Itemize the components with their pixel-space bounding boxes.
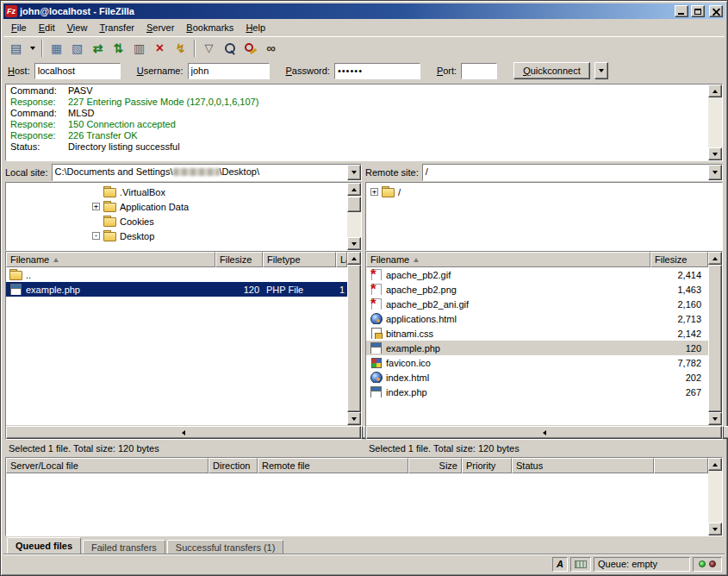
scroll-thumb[interactable] — [722, 426, 724, 439]
column-header-filesize[interactable]: Filesize — [215, 252, 263, 267]
column-header-remote-file[interactable]: Remote file — [258, 458, 408, 473]
scroll-left-button[interactable] — [366, 426, 722, 439]
scroll-thumb[interactable] — [347, 197, 361, 212]
toggle-transfer-queue-button[interactable] — [129, 39, 149, 58]
file-row[interactable]: index.php 267 — [366, 385, 708, 399]
scroll-down-button[interactable] — [347, 237, 361, 250]
column-header-filesize[interactable]: Filesize — [650, 252, 708, 267]
menu-item[interactable]: View — [61, 21, 94, 35]
file-row[interactable]: applications.html 2,713 — [366, 311, 708, 326]
file-row[interactable]: apache_pb2_ani.gif 2,160 — [366, 297, 708, 311]
scroll-track[interactable] — [347, 196, 361, 237]
scroll-down-button[interactable] — [708, 412, 722, 425]
menu-item[interactable]: Help — [240, 21, 271, 35]
quickconnect-dropdown[interactable] — [594, 62, 608, 79]
filter-button[interactable] — [199, 39, 219, 58]
tree-item[interactable]: Cookies — [6, 214, 347, 229]
port-input[interactable] — [461, 63, 497, 79]
queue-tab[interactable]: Failed transfers — [83, 540, 165, 554]
file-row[interactable]: index.html 202 — [366, 370, 708, 385]
scroll-up-button[interactable] — [347, 183, 361, 196]
scroll-down-button[interactable] — [347, 412, 361, 425]
column-header-filename[interactable]: Filename — [366, 252, 650, 267]
tree-item[interactable]: .VirtualBox — [6, 185, 347, 199]
scroll-up-button[interactable] — [708, 252, 722, 265]
queue-scrollbar[interactable] — [708, 458, 722, 535]
column-header-size[interactable]: Size — [408, 458, 462, 473]
process-queue-button[interactable] — [171, 39, 190, 58]
menu-item[interactable]: Server — [140, 21, 180, 35]
local-tree-scrollbar[interactable] — [347, 183, 361, 250]
remote-site-dropdown[interactable] — [708, 165, 722, 180]
file-row[interactable]: bitnami.css 2,142 — [366, 326, 708, 341]
column-header-filename[interactable]: Filename — [6, 252, 215, 267]
chevron-down-icon — [599, 69, 604, 72]
file-row[interactable]: apache_pb2.gif 2,414 — [366, 267, 708, 282]
local-list-hscrollbar[interactable] — [6, 425, 361, 439]
scroll-thumb[interactable] — [361, 426, 363, 439]
file-row[interactable]: favicon.ico 7,782 — [366, 355, 708, 370]
cancel-operation-button[interactable] — [150, 39, 170, 58]
file-row[interactable]: apache_pb2.png 1,463 — [366, 282, 708, 297]
scroll-thumb[interactable] — [347, 265, 361, 412]
scroll-track[interactable] — [708, 97, 722, 147]
scroll-left-button[interactable] — [6, 426, 361, 439]
tree-item[interactable]: - Desktop — [6, 229, 347, 243]
host-input[interactable] — [34, 63, 121, 79]
column-header-last-modified[interactable]: Last modified — [336, 252, 347, 267]
scroll-track[interactable] — [347, 265, 361, 412]
scroll-track[interactable] — [708, 471, 722, 523]
scroll-down-button[interactable] — [708, 523, 722, 535]
scroll-down-button[interactable] — [708, 147, 722, 160]
username-input[interactable] — [188, 63, 270, 79]
menu-item[interactable]: File — [5, 21, 33, 35]
quickconnect-button[interactable]: Quickconnect — [513, 62, 590, 79]
remote-list-vscrollbar[interactable] — [708, 252, 722, 425]
local-list-vscrollbar[interactable] — [347, 252, 361, 425]
queue-tab[interactable]: Successful transfers (1) — [167, 540, 284, 554]
scroll-up-button[interactable] — [708, 458, 722, 471]
toggle-message-log-button[interactable] — [47, 39, 66, 58]
local-site-combo[interactable]: C:\Documents and Settings\\Desktop\ — [52, 164, 362, 181]
synchronize-browsing-button[interactable] — [109, 39, 128, 58]
column-header-server-local-file[interactable]: Server/Local file — [6, 458, 208, 473]
menu-item[interactable]: Bookmarks — [180, 21, 240, 35]
column-header-filetype[interactable]: Filetype — [263, 252, 336, 267]
minimize-button[interactable] — [675, 5, 688, 17]
remote-list-hscrollbar[interactable] — [366, 425, 722, 439]
column-header-status[interactable]: Status — [512, 458, 654, 473]
tree-expander[interactable]: + — [370, 188, 378, 196]
file-row[interactable]: example.php 120 — [366, 341, 708, 355]
tree-item[interactable]: + / — [366, 185, 722, 199]
password-input[interactable] — [334, 63, 420, 79]
find-files-button[interactable] — [220, 39, 240, 58]
compare-directories-button[interactable] — [261, 39, 281, 58]
menu-item[interactable]: Transfer — [93, 21, 140, 35]
refresh-button[interactable] — [88, 39, 108, 58]
site-manager-button[interactable] — [6, 39, 26, 58]
column-header-priority[interactable]: Priority — [462, 458, 512, 473]
titlebar[interactable]: Fz john@localhost - FileZilla — [3, 3, 725, 19]
close-button[interactable] — [709, 5, 723, 17]
site-keys-button[interactable] — [240, 39, 260, 58]
toggle-directory-trees-button[interactable] — [67, 39, 87, 58]
menu-item[interactable]: Edit — [33, 21, 61, 35]
scroll-up-button[interactable] — [708, 85, 722, 97]
arrow-up-icon — [712, 463, 718, 466]
scroll-track[interactable] — [708, 265, 722, 412]
tree-item[interactable]: + Application Data — [6, 199, 347, 214]
log-scrollbar[interactable] — [708, 85, 722, 160]
queue-tab[interactable]: Queued files — [7, 537, 81, 554]
file-row[interactable]: .. — [6, 267, 347, 282]
file-row[interactable]: example.php 120 PHP File 1 — [6, 282, 347, 297]
scroll-thumb[interactable] — [708, 265, 722, 412]
tree-expander[interactable]: + — [92, 203, 100, 210]
remote-site-combo[interactable]: / — [422, 164, 723, 181]
column-header-direction[interactable]: Direction — [208, 458, 258, 473]
site-manager-dropdown[interactable] — [27, 39, 38, 58]
local-site-dropdown[interactable] — [347, 165, 361, 180]
maximize-button[interactable] — [691, 5, 705, 17]
tree-expander[interactable]: - — [92, 232, 100, 240]
queue-body[interactable] — [6, 473, 708, 535]
scroll-up-button[interactable] — [347, 252, 361, 265]
